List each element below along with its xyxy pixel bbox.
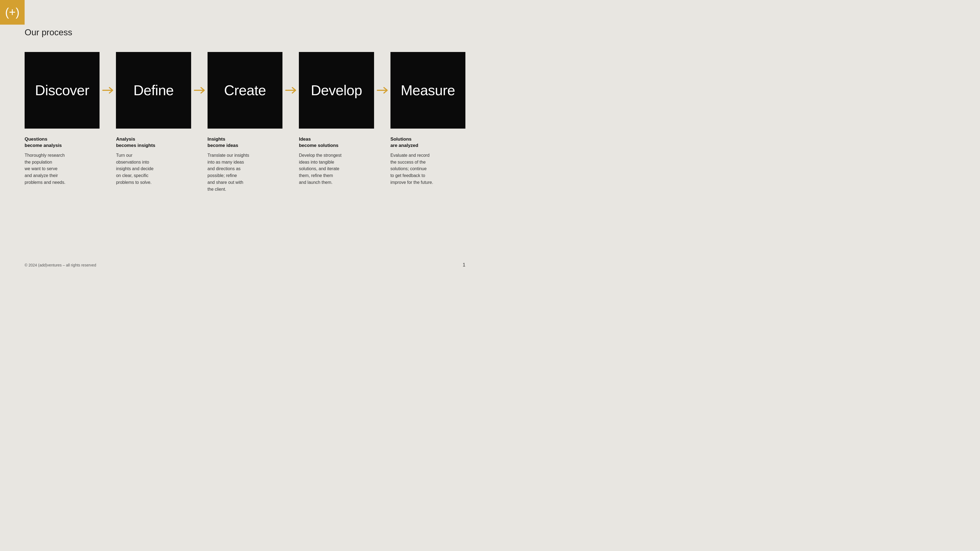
step-text-develop: Ideasbecome solutionsDevelop the stronge… (299, 129, 374, 186)
process-container: DiscoverQuestionsbecome analysisThorough… (25, 52, 465, 193)
footer-page-number: 1 (463, 262, 465, 268)
step-card-discover: Discover (25, 52, 100, 129)
step-text-measure: Solutionsare analyzedEvaluate and record… (390, 129, 465, 186)
step-description-define: Turn ourobservations intoinsights and de… (116, 152, 185, 186)
logo-text: (+) (5, 6, 20, 18)
footer-copyright: © 2024 (add)ventures – all rights reserv… (25, 263, 96, 267)
step-card-define: Define (116, 52, 191, 129)
step-subtitle-discover: Questionsbecome analysis (25, 136, 94, 149)
logo: (+) (0, 0, 25, 25)
step-label-measure: Measure (401, 82, 455, 99)
step-subtitle-define: Analysisbecomes insights (116, 136, 185, 149)
arrow-0 (100, 52, 116, 129)
footer: © 2024 (add)ventures – all rights reserv… (25, 262, 465, 268)
step-card-develop: Develop (299, 52, 374, 129)
step-define: DefineAnalysisbecomes insightsTurn ourob… (116, 52, 191, 186)
arrow-3 (374, 52, 390, 129)
step-subtitle-develop: Ideasbecome solutions (299, 136, 368, 149)
arrow-1 (191, 52, 208, 129)
step-create: CreateInsightsbecome ideasTranslate our … (208, 52, 282, 193)
step-card-create: Create (208, 52, 282, 129)
arrow-icon-2 (285, 84, 297, 96)
step-description-create: Translate our insightsinto as many ideas… (208, 152, 277, 193)
arrow-2 (282, 52, 299, 129)
arrow-icon-0 (102, 84, 114, 96)
step-text-discover: Questionsbecome analysisThoroughly resea… (25, 129, 100, 186)
step-label-discover: Discover (35, 82, 89, 99)
arrow-icon-1 (193, 84, 205, 96)
arrow-icon-3 (376, 84, 388, 96)
page-title: Our process (25, 27, 72, 37)
step-description-measure: Evaluate and recordthe success of thesol… (390, 152, 460, 186)
step-label-define: Define (134, 82, 173, 99)
step-text-create: Insightsbecome ideasTranslate our insigh… (208, 129, 282, 193)
step-description-develop: Develop the strongestideas into tangible… (299, 152, 368, 186)
step-subtitle-create: Insightsbecome ideas (208, 136, 277, 149)
step-discover: DiscoverQuestionsbecome analysisThorough… (25, 52, 100, 186)
step-measure: MeasureSolutionsare analyzedEvaluate and… (390, 52, 465, 186)
step-description-discover: Thoroughly researchthe populationwe want… (25, 152, 94, 186)
step-label-develop: Develop (311, 82, 362, 99)
step-label-create: Create (224, 82, 266, 99)
step-subtitle-measure: Solutionsare analyzed (390, 136, 460, 149)
step-develop: DevelopIdeasbecome solutionsDevelop the … (299, 52, 374, 186)
step-text-define: Analysisbecomes insightsTurn ourobservat… (116, 129, 191, 186)
step-card-measure: Measure (390, 52, 465, 129)
